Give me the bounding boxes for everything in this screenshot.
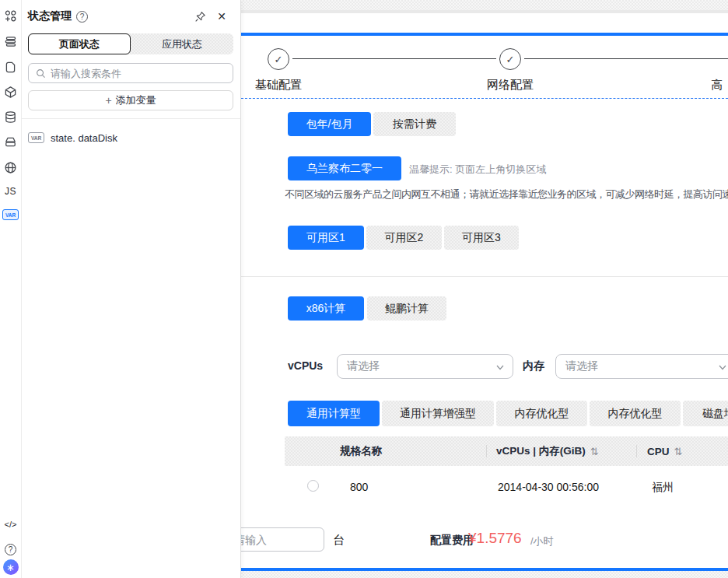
region-button[interactable]: 乌兰察布二零一: [288, 156, 401, 180]
panel-header: 状态管理 ? ✕: [28, 8, 229, 25]
flavor-tab-memory1[interactable]: 内存优化型: [496, 401, 587, 426]
help-icon[interactable]: ?: [0, 540, 21, 559]
page-icon[interactable]: [0, 58, 21, 76]
database-icon[interactable]: [0, 107, 21, 126]
section-divider: [241, 276, 728, 277]
fee-value: ¥1.5776: [468, 530, 522, 547]
icon-rail: JS VAR </> ? ∗: [0, 0, 22, 578]
column-vcpus-memory: vCPUs | 内存(GiB) ⇅: [496, 444, 599, 458]
canvas-top-texture: [241, 0, 728, 10]
step-connector-2: [524, 58, 728, 59]
components-icon[interactable]: [0, 6, 21, 25]
flavor-tab-memory2[interactable]: 内存优化型: [590, 401, 681, 426]
fee-suffix: /小时: [530, 534, 554, 548]
plus-icon: +: [105, 94, 111, 107]
canvas-bottom-texture: [241, 571, 728, 578]
sort-icon[interactable]: ⇅: [674, 446, 683, 457]
canvas-top-strip: [241, 10, 728, 13]
memory-select[interactable]: 请选择: [555, 354, 728, 379]
add-variable-button[interactable]: + 添加变量: [28, 90, 233, 110]
step-connector-1: [292, 58, 496, 59]
variable-name: state. dataDisk: [51, 132, 117, 144]
billing-yearly-button[interactable]: 包年/包月: [288, 112, 371, 136]
flavor-tab-general-enhanced[interactable]: 通用计算增强型: [382, 401, 494, 426]
chevron-down-icon: [718, 363, 727, 372]
page-canvas: ✓ ✓ 基础配置 网络配置 高 包年/包月 按需计费 乌兰察布二零一 温馨提示:…: [241, 0, 728, 578]
vcpus-label: vCPUs: [288, 359, 323, 372]
top-accent-line: [241, 33, 728, 36]
fee-label: 配置费用: [430, 534, 474, 548]
panel-title: 状态管理: [28, 9, 72, 23]
search-input[interactable]: [51, 65, 228, 82]
panel-help-icon[interactable]: ?: [76, 11, 88, 23]
cube-icon[interactable]: [0, 82, 21, 101]
table-header: 规格名称 vCPUs | 内存(GiB) ⇅ CPU ⇅: [285, 436, 728, 466]
step1-label: 基础配置: [245, 78, 312, 93]
step3-label: 高: [684, 78, 728, 93]
variable-search: [28, 63, 233, 83]
flavor-tab-disk[interactable]: 磁盘增强型: [683, 401, 728, 426]
tab-app-state[interactable]: 应用状态: [131, 33, 233, 54]
var-badge-icon: VAR: [28, 132, 44, 143]
tab-page-state[interactable]: 页面状态: [28, 33, 131, 54]
column-spec-name: 规格名称: [340, 444, 382, 458]
panel-divider: [22, 118, 240, 119]
check-icon: ✓: [506, 54, 515, 65]
variable-list-item[interactable]: VAR state. dataDisk: [28, 129, 117, 146]
region-note: 不同区域的云服务产品之间内网互不相通；请就近选择靠近您业务的区域，可减少网络时延…: [285, 187, 728, 201]
region-hint: 温馨提示: 页面左上角切换区域: [409, 163, 546, 177]
chevron-down-icon: [495, 363, 505, 372]
close-icon[interactable]: ✕: [214, 9, 229, 24]
step2-label: 网络配置: [477, 78, 544, 93]
az2-button[interactable]: 可用区2: [366, 226, 442, 250]
cell-spec-name: 800: [350, 481, 368, 493]
pin-icon[interactable]: [192, 9, 208, 24]
memory-label: 内存: [523, 359, 544, 373]
quantity-input[interactable]: [241, 527, 324, 552]
az3-button[interactable]: 可用区3: [444, 226, 519, 250]
column-cpu: CPU ⇅: [647, 446, 682, 457]
code-icon[interactable]: </>: [0, 515, 21, 534]
globe-icon[interactable]: [0, 158, 21, 177]
panel-tab-group: 页面状态 应用状态: [28, 33, 233, 54]
flavor-tab-general[interactable]: 通用计算型: [288, 401, 380, 426]
vcpus-select[interactable]: 请选择: [337, 354, 513, 379]
search-icon: [35, 68, 47, 79]
sort-icon[interactable]: ⇅: [590, 446, 599, 457]
arch-x86-button[interactable]: x86计算: [288, 296, 364, 321]
cell-cpu: 福州: [652, 481, 674, 495]
arch-kunpeng-button[interactable]: 鲲鹏计算: [367, 296, 446, 321]
layers-icon[interactable]: [0, 32, 21, 51]
check-icon: ✓: [275, 54, 283, 65]
step2-check-circle[interactable]: ✓: [499, 48, 521, 70]
row-radio-button[interactable]: [307, 480, 319, 492]
billing-ondemand-button[interactable]: 按需计费: [373, 112, 456, 136]
state-management-panel: 状态管理 ? ✕ 页面状态 应用状态 + 添加变量 VAR state. dat…: [22, 0, 241, 578]
ai-assistant-icon[interactable]: ∗: [0, 558, 21, 576]
az1-button[interactable]: 可用区1: [288, 226, 364, 250]
quantity-unit: 台: [333, 533, 345, 548]
cell-vcpus-memory: 2014-04-30 00:56:00: [498, 481, 599, 493]
step1-check-circle[interactable]: ✓: [268, 48, 289, 70]
javascript-icon[interactable]: JS: [0, 182, 21, 201]
variables-icon[interactable]: VAR: [0, 205, 21, 224]
selection-dashed-border: [241, 98, 728, 99]
drive-icon[interactable]: [0, 132, 21, 151]
